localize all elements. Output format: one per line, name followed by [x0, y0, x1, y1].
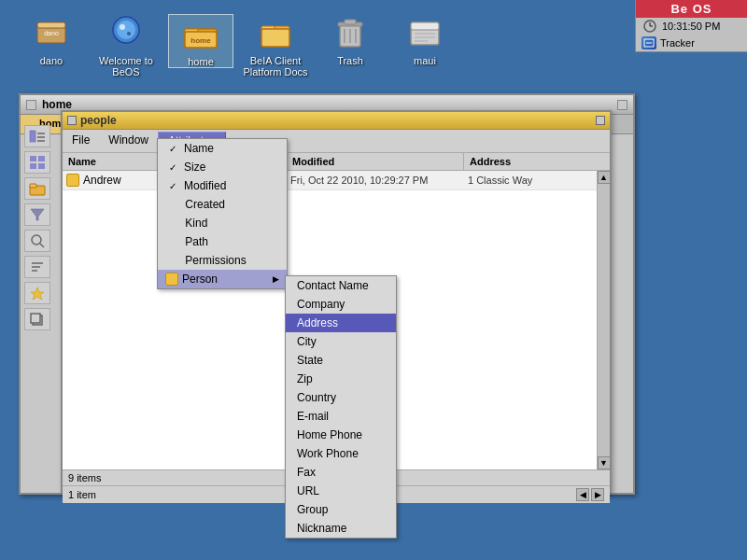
home-zoom-btn[interactable] [617, 100, 627, 110]
desktop-icon-dano[interactable]: dano dano [19, 14, 84, 66]
home-close-btn[interactable] [26, 100, 36, 110]
person-label: Person [182, 273, 218, 286]
submenu-email[interactable]: E-mail [286, 407, 396, 426]
beos-time: 10:31:50 PM [662, 21, 720, 32]
tracker-row[interactable]: Tracker [636, 35, 747, 51]
submenu-zip[interactable]: Zip [286, 370, 396, 388]
beos-title: Be OS [670, 2, 712, 16]
attr-kind[interactable]: Kind [158, 214, 287, 232]
submenu-work-phone[interactable]: Work Phone [286, 444, 396, 463]
search-icon [29, 233, 46, 248]
submenu-home-phone[interactable]: Home Phone [286, 426, 396, 444]
hscroll-right[interactable]: ▶ [591, 488, 604, 501]
attr-kind-label: Kind [185, 217, 207, 230]
scroll-up-btn[interactable]: ▲ [598, 171, 611, 184]
svg-point-11 [127, 32, 131, 35]
dano-icon: dano [34, 15, 69, 50]
submenu-state-label: State [297, 354, 323, 367]
toolbar-btn-1[interactable] [24, 125, 50, 147]
attr-size-label: Size [184, 161, 205, 174]
beia-label: BeIA Client Platform Docs [243, 55, 308, 77]
submenu-contact-name[interactable]: Contact Name [286, 276, 396, 295]
row-modified: Fri, Oct 22 2010, 10:29:27 PM [290, 175, 468, 186]
submenu-state[interactable]: State [286, 351, 396, 370]
desktop-icon-maui[interactable]: maui [392, 14, 458, 66]
bottom-scroll-arrows: ◀ ▶ [576, 488, 604, 501]
person-arrow: ▶ [273, 274, 279, 284]
tracker-icon-svg [643, 38, 655, 48]
submenu-address-label: Address [297, 316, 338, 329]
star-icon [29, 286, 46, 301]
beos-taskbar: Be OS 10:31:50 PM Tracker [635, 0, 747, 52]
trash-icon [332, 15, 368, 50]
hscroll-left[interactable]: ◀ [576, 488, 589, 501]
submenu-country[interactable]: Country [286, 388, 396, 407]
menu-file[interactable]: File [63, 132, 99, 150]
maui-icon [407, 15, 443, 50]
submenu-city[interactable]: City [286, 332, 396, 351]
svg-marker-46 [31, 287, 44, 300]
sort-icon [29, 259, 46, 274]
submenu-home-phone-label: Home Phone [297, 428, 362, 441]
grid-icon [29, 155, 46, 170]
attr-created-label: Created [185, 198, 225, 211]
copy-icon [29, 312, 46, 327]
trash-label: Trash [337, 55, 363, 66]
submenu-work-phone-label: Work Phone [297, 447, 359, 460]
people-zoom-btn[interactable] [596, 116, 605, 125]
submenu-group[interactable]: Group [286, 500, 396, 519]
welcome-icon [108, 15, 144, 50]
toolbar-btn-2[interactable] [24, 151, 50, 174]
list-icon [29, 129, 46, 144]
svg-rect-34 [30, 156, 36, 161]
maui-label: maui [414, 55, 436, 66]
attr-created[interactable]: Created [158, 195, 287, 214]
submenu-company[interactable]: Company [286, 295, 396, 314]
attr-person[interactable]: Person ▶ [158, 270, 287, 288]
svg-point-41 [32, 235, 41, 245]
welcome-icon-img [107, 14, 145, 51]
svg-rect-30 [30, 131, 35, 142]
submenu-url[interactable]: URL [286, 482, 396, 500]
toolbar-btn-5[interactable] [24, 230, 50, 252]
trash-icon-img [331, 14, 369, 51]
people-close-btn[interactable] [67, 116, 77, 125]
attr-name[interactable]: ✓ Name [158, 139, 287, 158]
attr-path[interactable]: Path [158, 232, 287, 251]
dano-icon-img: dano [33, 14, 70, 51]
submenu-email-label: E-mail [297, 410, 329, 423]
filter-icon [29, 207, 46, 222]
attr-size[interactable]: ✓ Size [158, 158, 287, 176]
toolbar-btn-8[interactable] [24, 308, 50, 330]
svg-text:home: home [190, 36, 211, 45]
svg-rect-39 [30, 184, 36, 188]
beia-icon [258, 15, 293, 50]
scroll-down-btn[interactable]: ▼ [598, 456, 611, 469]
attr-perms-label: Permissions [185, 254, 246, 267]
table-row[interactable]: Andrew 0 bytes Fri, Oct 22 2010, 10:29:2… [63, 171, 610, 190]
person-icon [66, 174, 79, 187]
toolbar-btn-4[interactable] [24, 203, 50, 226]
welcome-label: Welcome to BeOS [93, 55, 159, 77]
submenu-nickname[interactable]: Nickname [286, 519, 396, 538]
attr-permissions[interactable]: Permissions [158, 251, 287, 270]
submenu-address[interactable]: Address [286, 314, 396, 332]
svg-rect-37 [38, 163, 45, 169]
submenu-fax[interactable]: Fax [286, 463, 396, 482]
attr-path-label: Path [185, 235, 208, 248]
toolbar-btn-6[interactable] [24, 256, 50, 278]
desktop-icon-welcome[interactable]: Welcome to BeOS [93, 14, 159, 77]
svg-rect-26 [411, 22, 439, 30]
desktop-icon-trash[interactable]: Trash [317, 14, 383, 66]
submenu-group-label: Group [297, 503, 328, 516]
beos-title-row: Be OS [636, 0, 747, 18]
svg-rect-35 [38, 156, 45, 161]
desktop-icon-home[interactable]: home home [168, 14, 233, 68]
desktop-icon-beia[interactable]: BeIA Client Platform Docs [243, 14, 308, 77]
toolbar-btn-7[interactable] [24, 282, 50, 304]
attr-modified[interactable]: ✓ Modified [158, 176, 287, 195]
toolbar-btn-3[interactable] [24, 177, 50, 200]
menu-window[interactable]: Window [99, 132, 158, 150]
home-folder-icon: home [183, 16, 218, 51]
home-icon-img: home [182, 15, 219, 52]
